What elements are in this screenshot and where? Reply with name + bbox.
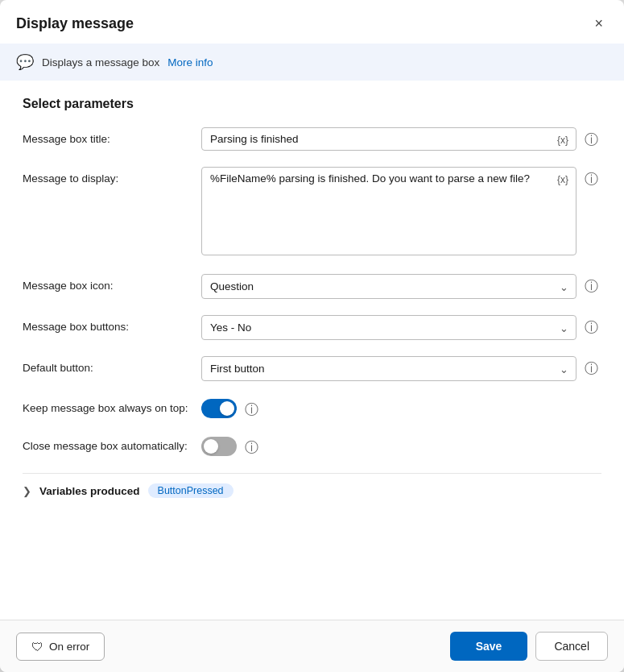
save-button[interactable]: Save	[450, 632, 528, 661]
message-to-display-input[interactable]: %FileName% parsing is finished. Do you w…	[201, 167, 576, 255]
keep-on-top-control: ⓘ	[201, 397, 601, 419]
message-to-display-info-btn[interactable]: ⓘ	[581, 170, 601, 189]
info-description: Displays a message box	[42, 56, 159, 68]
more-info-link[interactable]: More info	[167, 56, 213, 68]
variables-bar: ❯ Variables produced ButtonPressed	[23, 473, 601, 504]
message-box-icon-select[interactable]: Question Information Warning Error None	[201, 274, 576, 299]
message-box-icon-control: Question Information Warning Error None …	[201, 274, 601, 299]
message-to-display-control: %FileName% parsing is finished. Do you w…	[201, 167, 601, 258]
message-box-title-input-wrap: {x}	[201, 127, 576, 151]
message-box-icon-row: Message box icon: Question Information W…	[23, 274, 601, 299]
message-box-buttons-select[interactable]: Yes - No OK OK - Cancel Abort - Retry - …	[201, 315, 576, 340]
on-error-button[interactable]: 🛡 On error	[16, 633, 105, 661]
message-box-icon-select-wrap: Question Information Warning Error None …	[201, 274, 576, 299]
shield-icon: 🛡	[31, 640, 43, 653]
close-auto-toggle[interactable]	[201, 437, 237, 456]
footer-right: Save Cancel	[450, 632, 608, 661]
variables-label[interactable]: Variables produced	[39, 485, 140, 497]
on-error-label: On error	[49, 641, 89, 653]
message-box-buttons-control: Yes - No OK OK - Cancel Abort - Retry - …	[201, 315, 601, 340]
default-button-info-btn[interactable]: ⓘ	[581, 359, 601, 378]
message-box-buttons-label: Message box buttons:	[23, 315, 192, 333]
variables-badge: ButtonPressed	[148, 483, 233, 498]
keep-on-top-info-btn[interactable]: ⓘ	[242, 400, 262, 419]
keep-on-top-thumb	[220, 401, 234, 416]
default-button-select[interactable]: First button Second button Third button	[201, 356, 576, 381]
message-box-buttons-row: Message box buttons: Yes - No OK OK - Ca…	[23, 315, 601, 340]
keep-on-top-label: Keep message box always on top:	[23, 402, 192, 414]
content-area: Select parameters Message box title: {x}…	[0, 81, 624, 620]
default-button-row: Default button: First button Second butt…	[23, 356, 601, 381]
keep-on-top-toggle[interactable]	[201, 399, 237, 418]
message-box-title-row: Message box title: {x} ⓘ	[23, 127, 601, 151]
keep-on-top-row: Keep message box always on top: ⓘ	[23, 397, 601, 419]
variables-chevron-icon[interactable]: ❯	[23, 485, 31, 497]
message-box-title-var-btn[interactable]: {x}	[554, 133, 572, 147]
message-icon: 💬	[16, 53, 34, 71]
default-button-label: Default button:	[23, 356, 192, 374]
message-to-display-row: Message to display: %FileName% parsing i…	[23, 167, 601, 258]
title-bar: Display message ×	[0, 0, 624, 44]
close-auto-thumb	[204, 439, 218, 454]
close-button[interactable]: ×	[589, 13, 608, 34]
message-box-buttons-info-btn[interactable]: ⓘ	[581, 318, 601, 337]
message-box-title-info-btn[interactable]: ⓘ	[581, 131, 601, 149]
message-to-display-label: Message to display:	[23, 167, 192, 185]
message-box-icon-label: Message box icon:	[23, 274, 192, 292]
message-box-buttons-select-wrap: Yes - No OK OK - Cancel Abort - Retry - …	[201, 315, 576, 340]
close-auto-label: Close message box automatically:	[23, 440, 192, 452]
message-box-icon-info-btn[interactable]: ⓘ	[581, 277, 601, 296]
close-auto-control: ⓘ	[201, 435, 601, 457]
message-to-display-input-wrap: %FileName% parsing is finished. Do you w…	[201, 167, 576, 258]
message-box-title-input[interactable]	[201, 127, 576, 151]
info-bar: 💬 Displays a message box More info	[0, 44, 624, 81]
dialog-title: Display message	[16, 15, 134, 32]
section-title: Select parameters	[23, 97, 601, 111]
close-auto-info-btn[interactable]: ⓘ	[242, 438, 262, 457]
footer: 🛡 On error Save Cancel	[0, 620, 624, 672]
default-button-select-wrap: First button Second button Third button …	[201, 356, 576, 381]
close-auto-row: Close message box automatically: ⓘ	[23, 435, 601, 457]
message-box-title-control: {x} ⓘ	[201, 127, 601, 151]
message-box-title-label: Message box title:	[23, 127, 192, 145]
message-to-display-var-btn[interactable]: {x}	[554, 172, 572, 187]
dialog: Display message × 💬 Displays a message b…	[0, 0, 624, 672]
default-button-control: First button Second button Third button …	[201, 356, 601, 381]
cancel-button[interactable]: Cancel	[535, 632, 608, 661]
